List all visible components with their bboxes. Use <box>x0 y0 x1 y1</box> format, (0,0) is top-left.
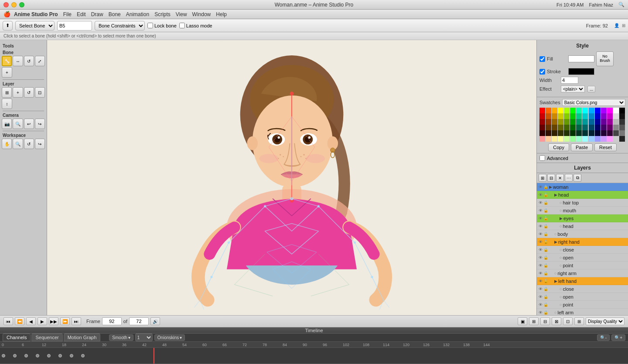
color-cell[interactable] <box>546 113 551 119</box>
color-cell[interactable] <box>582 108 588 113</box>
select-bone-dropdown[interactable]: Select Bone <box>15 21 55 31</box>
frame-current-input[interactable]: 92 <box>102 317 122 325</box>
step-forward-button[interactable]: ▶▶ <box>49 317 58 325</box>
zoom-in-timeline-button[interactable]: 🔍+ <box>611 334 625 341</box>
color-cell[interactable] <box>539 119 545 125</box>
play-button[interactable]: ▶ <box>38 317 47 325</box>
color-cell[interactable] <box>613 125 619 130</box>
color-cell[interactable] <box>619 108 625 113</box>
color-cell[interactable] <box>570 113 576 119</box>
minimize-button[interactable] <box>11 2 17 7</box>
layers-tb-btn3[interactable]: ✕ <box>556 174 564 182</box>
color-cell[interactable] <box>570 108 576 113</box>
layer-expand-icon[interactable]: ▶ <box>554 193 557 197</box>
reset-button[interactable]: Reset <box>594 143 617 151</box>
color-cell[interactable] <box>539 113 545 119</box>
view-mode-2[interactable]: ⊞ <box>529 317 539 325</box>
color-cell[interactable] <box>582 119 588 125</box>
layer-item[interactable]: 👁 🔒 ○ close <box>537 285 628 293</box>
layer-tool5[interactable]: ↕ <box>2 99 12 109</box>
menu-help[interactable]: Help <box>216 11 227 17</box>
color-cell[interactable] <box>582 125 588 130</box>
color-cell[interactable] <box>552 113 557 119</box>
step-back-button[interactable]: ◀ <box>26 317 36 325</box>
effect-options-button[interactable]: ... <box>587 86 595 92</box>
color-cell[interactable] <box>576 136 582 142</box>
close-button[interactable] <box>3 2 9 7</box>
rotate-layer-tool[interactable]: + <box>13 87 23 98</box>
color-cell[interactable] <box>619 119 625 125</box>
timeline-dot[interactable] <box>24 354 28 357</box>
layers-tb-btn4[interactable]: ⋯ <box>565 174 573 182</box>
width-input[interactable]: 4 <box>561 77 578 84</box>
paste-button[interactable]: Paste <box>571 143 593 151</box>
display-quality-dropdown[interactable]: Display Quality <box>586 317 625 325</box>
color-cell[interactable] <box>546 125 551 130</box>
color-cell[interactable] <box>558 125 563 130</box>
layer-item[interactable]: 👁 🔒 ○ head <box>537 222 628 230</box>
layer-item[interactable]: 👁 🔒 ▶ eyes <box>537 214 628 222</box>
fit-view-tool[interactable]: ↪ <box>35 139 45 149</box>
tab-sequencer[interactable]: Sequencer <box>31 333 62 341</box>
onionskins-dropdown[interactable]: Onionskins ▾ <box>154 334 185 341</box>
color-cell[interactable] <box>613 130 619 136</box>
color-cell[interactable] <box>589 113 594 119</box>
next-keyframe-button[interactable]: ⏩ <box>60 317 70 325</box>
timeline-dot[interactable] <box>2 354 5 357</box>
select-bone-tool[interactable]: 🦴 <box>2 56 12 66</box>
fill-checkbox[interactable] <box>539 56 545 62</box>
color-cell[interactable] <box>601 125 607 130</box>
add-bone-tool[interactable]: + <box>2 67 12 78</box>
go-to-end-button[interactable]: ⏭ <box>72 317 81 325</box>
menu-view[interactable]: View <box>176 11 187 17</box>
color-cell[interactable] <box>576 113 582 119</box>
zoom-in-tool[interactable]: 🔍 <box>13 139 23 149</box>
color-cell[interactable] <box>595 130 601 136</box>
menu-file[interactable]: File <box>63 11 72 17</box>
layer-item[interactable]: 👁 🔒 ○ open <box>537 254 628 262</box>
prev-keyframe-button[interactable]: ⏪ <box>15 317 24 325</box>
lasso-mode-checkbox[interactable]: Lasso mode <box>179 23 212 28</box>
color-cell[interactable] <box>595 108 601 113</box>
layer-expand-icon[interactable]: ▶ <box>554 279 557 283</box>
color-cell[interactable] <box>552 130 557 136</box>
camera-tool1[interactable]: 📷 <box>2 119 12 129</box>
color-cell[interactable] <box>570 130 576 136</box>
color-cell[interactable] <box>601 136 607 142</box>
color-cell[interactable] <box>558 113 563 119</box>
camera-tool2[interactable]: 🔍 <box>13 119 23 129</box>
layers-tb-btn2[interactable]: ⊟ <box>547 174 555 182</box>
color-cell[interactable] <box>552 125 557 130</box>
reset-zoom-tool[interactable]: ↺ <box>24 139 34 149</box>
timeline-dot[interactable] <box>70 354 73 357</box>
color-cell[interactable] <box>589 125 594 130</box>
copy-button[interactable]: Copy <box>548 143 569 151</box>
color-cell[interactable] <box>607 136 613 142</box>
color-cell[interactable] <box>552 136 557 142</box>
color-cell[interactable] <box>558 119 563 125</box>
camera-tool4[interactable]: ↪ <box>35 119 45 129</box>
layer-item[interactable]: 👁 🔒 ○ left arm <box>537 309 628 315</box>
color-cell[interactable] <box>595 125 601 130</box>
smooth-dropdown[interactable]: Smooth ▾ <box>109 334 133 341</box>
color-cell[interactable] <box>564 113 570 119</box>
timeline-dot[interactable] <box>47 354 51 357</box>
color-cell[interactable] <box>564 125 570 130</box>
color-cell[interactable] <box>595 136 601 142</box>
layer-item[interactable]: 👁 🔒 ▶ head <box>537 191 628 199</box>
color-cell[interactable] <box>613 136 619 142</box>
color-cell[interactable] <box>607 130 613 136</box>
bone-constraints-dropdown[interactable]: Bone Constraints <box>95 21 145 31</box>
color-grid[interactable] <box>539 108 625 142</box>
color-cell[interactable] <box>601 119 607 125</box>
color-cell[interactable] <box>558 130 563 136</box>
effect-dropdown[interactable]: <plain> <box>561 85 585 92</box>
color-cell[interactable] <box>539 130 545 136</box>
layer-item[interactable]: 👁 🔒 ○ point <box>537 262 628 269</box>
color-cell[interactable] <box>576 119 582 125</box>
menu-draw[interactable]: Draw <box>91 11 103 17</box>
color-cell[interactable] <box>558 108 563 113</box>
color-cell[interactable] <box>613 113 619 119</box>
translate-bone-tool[interactable]: ↔ <box>13 56 23 66</box>
scale-layer-tool[interactable]: ↺ <box>24 87 34 98</box>
